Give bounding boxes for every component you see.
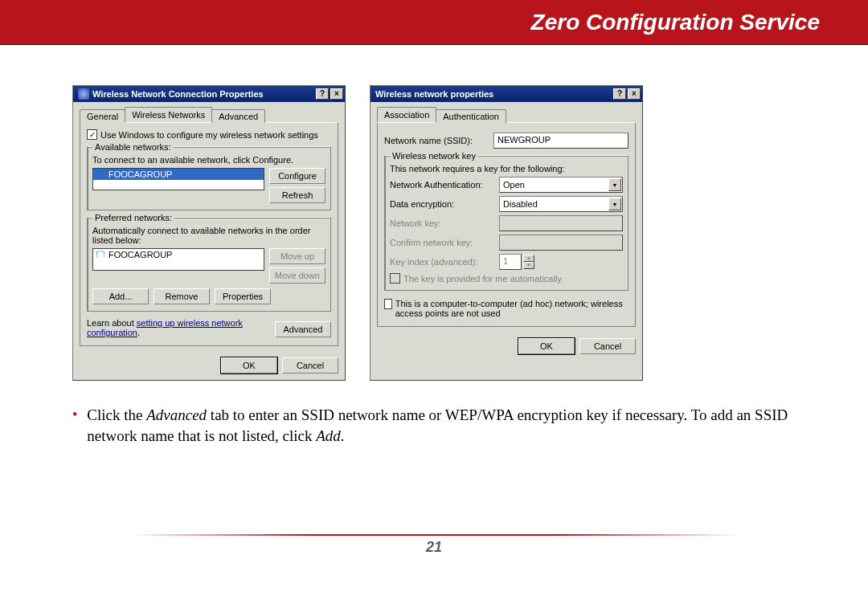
confirm-key-label: Confirm network key: — [390, 238, 494, 247]
page-title: Zero Configuration Service — [531, 10, 820, 35]
instr-em1: Advanced — [146, 406, 207, 423]
keyindex-input: 1 — [499, 254, 522, 270]
preferred-networks-list[interactable]: FOOCAGROUP — [92, 248, 264, 271]
refresh-button[interactable]: Refresh — [269, 187, 326, 203]
spin-up-icon: ▲ — [523, 255, 534, 262]
remove-button[interactable]: Remove — [154, 288, 210, 304]
window-title: Wireless Network Connection Properties — [92, 89, 314, 99]
instr-a: Click the — [87, 406, 146, 423]
wkey-legend: Wireless network key — [390, 151, 478, 161]
tab-authentication[interactable]: Authentication — [436, 109, 506, 123]
data-enc-label: Data encryption: — [390, 199, 494, 209]
footer-rule — [129, 534, 739, 536]
net-auth-combo[interactable]: Open ▼ — [499, 177, 623, 193]
window-title: Wireless network properties — [375, 89, 612, 99]
instr-c: . — [341, 427, 345, 444]
spin-down-icon: ▼ — [523, 262, 534, 269]
titlebar: Wireless network properties ? × — [371, 86, 642, 102]
adhoc-checkbox[interactable]: This is a computer-to-computer (ad hoc) … — [384, 299, 628, 318]
advanced-button[interactable]: Advanced — [275, 321, 331, 337]
move-up-button[interactable]: Move up — [269, 248, 326, 264]
available-legend: Available networks: — [92, 142, 174, 152]
ssid-input[interactable]: NEWGROUP — [493, 133, 628, 149]
keyindex-spinner: ▲ ▼ — [523, 255, 534, 269]
instruction-bullet: • Click the Advanced tab to enter an SSI… — [72, 405, 796, 446]
learn-text-b: . — [137, 328, 140, 337]
use-windows-checkbox[interactable]: ✓ Use Windows to configure my wireless n… — [87, 129, 331, 140]
instr-em2: Add — [316, 427, 341, 444]
autokey-label: The key is provided for me automatically — [403, 274, 562, 284]
wireless-network-properties-dialog: Wireless network properties ? × Associat… — [370, 85, 643, 381]
chevron-down-icon: ▼ — [608, 178, 621, 191]
tab-advanced[interactable]: Advanced — [211, 109, 265, 123]
list-item[interactable]: FOOCAGROUP — [93, 249, 264, 260]
keyindex-label: Key index (advanced): — [390, 257, 494, 267]
adhoc-label: This is a computer-to-computer (ad hoc) … — [395, 299, 628, 318]
checkbox-icon: ✓ — [87, 129, 97, 140]
add-button[interactable]: Add... — [92, 288, 149, 304]
available-networks-list[interactable]: FOOCAGROUP — [92, 168, 264, 190]
bullet-icon: • — [72, 405, 77, 446]
ssid-label: Network name (SSID): — [384, 136, 489, 145]
cancel-button[interactable]: Cancel — [579, 338, 636, 354]
available-networks-fieldset: Available networks: To connect to an ava… — [87, 146, 331, 210]
autokey-checkbox: The key is provided for me automatically — [390, 273, 623, 284]
dialogs-row: Wireless Network Connection Properties ?… — [72, 85, 796, 381]
preferred-hint: Automatically connect to available netwo… — [92, 226, 326, 245]
cancel-button[interactable]: Cancel — [282, 357, 338, 373]
move-down-button[interactable]: Move down — [269, 267, 326, 284]
chevron-down-icon: ▼ — [608, 198, 621, 210]
list-item-label: FOOCAGROUP — [108, 250, 172, 259]
preferred-networks-fieldset: Preferred networks: Automatically connec… — [87, 217, 331, 312]
wifi-icon — [96, 251, 105, 259]
wireless-key-fieldset: Wireless network key This network requir… — [384, 155, 628, 291]
use-windows-label: Use Windows to configure my wireless net… — [100, 130, 318, 140]
learn-text-a: Learn about — [87, 318, 137, 328]
tab-general[interactable]: General — [80, 109, 125, 123]
list-item-label: FOOCAGROUP — [108, 169, 172, 179]
data-enc-value: Disabled — [503, 199, 538, 209]
configure-button[interactable]: Configure — [269, 168, 326, 184]
properties-button[interactable]: Properties — [215, 288, 271, 304]
tab-wireless-networks[interactable]: Wireless Networks — [125, 107, 212, 122]
net-auth-label: Network Authentication: — [390, 180, 494, 190]
wkey-hint: This network requires a key for the foll… — [390, 164, 623, 173]
confirm-key-input — [499, 235, 623, 251]
checkbox-icon — [390, 273, 400, 284]
list-item[interactable]: FOOCAGROUP — [93, 169, 264, 180]
page-header: Zero Configuration Service — [0, 0, 868, 45]
wireless-connection-properties-dialog: Wireless Network Connection Properties ?… — [72, 85, 346, 381]
checkbox-icon — [384, 299, 392, 309]
preferred-legend: Preferred networks: — [92, 213, 174, 222]
close-button[interactable]: × — [330, 88, 343, 100]
net-auth-value: Open — [503, 180, 525, 190]
help-button[interactable]: ? — [613, 88, 626, 100]
ok-button[interactable]: OK — [221, 357, 277, 373]
data-enc-combo[interactable]: Disabled ▼ — [499, 196, 623, 212]
netkey-input — [499, 215, 623, 231]
titlebar: Wireless Network Connection Properties ?… — [73, 86, 345, 102]
learn-text: Learn about setting up wireless network … — [87, 318, 267, 337]
tab-association[interactable]: Association — [377, 107, 436, 122]
tabs: Association Authentication — [377, 107, 636, 123]
tabs: General Wireless Networks Advanced — [80, 107, 338, 123]
ok-button[interactable]: OK — [518, 338, 575, 354]
page-footer: 21 — [72, 534, 796, 556]
window-icon — [78, 88, 89, 100]
help-button[interactable]: ? — [316, 88, 329, 100]
netkey-label: Network key: — [390, 218, 494, 228]
page-number: 21 — [426, 539, 442, 555]
available-hint: To connect to an available network, clic… — [92, 155, 326, 165]
close-button[interactable]: × — [628, 88, 641, 100]
wifi-icon — [96, 170, 105, 178]
